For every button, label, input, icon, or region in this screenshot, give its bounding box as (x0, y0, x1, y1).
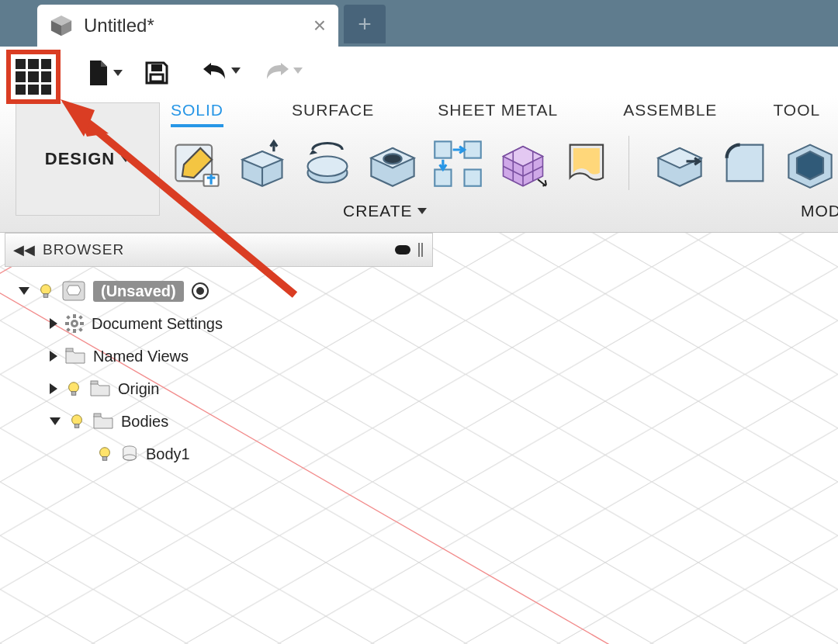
tree-item-bodies[interactable]: Bodies (19, 405, 428, 438)
tree-label: Named Views (93, 348, 189, 365)
svg-point-35 (41, 285, 51, 295)
data-panel-button[interactable] (6, 50, 61, 104)
chevron-down-icon (231, 68, 241, 74)
chevron-down-icon (417, 208, 427, 214)
drag-handle-icon[interactable] (418, 243, 424, 257)
tree-root[interactable]: (Unsaved) (19, 275, 428, 307)
svg-rect-4 (151, 74, 163, 81)
derive-button[interactable] (562, 137, 615, 189)
svg-rect-47 (78, 327, 83, 332)
tree-item-origin[interactable]: Origin (19, 372, 428, 405)
svg-marker-38 (67, 286, 81, 295)
svg-rect-42 (65, 322, 69, 325)
expand-icon[interactable] (50, 351, 57, 362)
document-tab[interactable]: Untitled* × (37, 5, 338, 47)
svg-rect-57 (102, 457, 107, 461)
cube-icon (50, 14, 73, 37)
svg-point-48 (73, 322, 76, 325)
svg-point-50 (69, 383, 79, 393)
svg-rect-36 (43, 294, 48, 298)
svg-rect-19 (435, 170, 451, 186)
collapse-icon[interactable]: ◀◀ (13, 241, 35, 258)
tab-assemble[interactable]: ASSEMBLE (623, 101, 717, 127)
group-label-modify[interactable]: MOD (801, 202, 838, 220)
close-icon[interactable]: × (313, 13, 326, 38)
tree-label: Bodies (121, 413, 168, 431)
create-form-button[interactable] (497, 137, 549, 189)
tree-item-named-views[interactable]: Named Views (19, 340, 428, 372)
expand-icon[interactable] (19, 287, 29, 295)
expand-icon[interactable] (50, 383, 57, 394)
browser-panel: ◀◀ BROWSER (Unsaved) Document Settings N… (5, 233, 433, 470)
browser-tree: (Unsaved) Document Settings Named Views … (5, 267, 433, 470)
svg-rect-43 (80, 322, 84, 325)
tab-tools[interactable]: TOOL (773, 101, 820, 127)
grid-icon (16, 59, 51, 95)
revolve-button[interactable] (301, 137, 354, 189)
folder-icon (93, 413, 113, 430)
svg-rect-52 (91, 381, 98, 384)
svg-rect-55 (94, 414, 101, 417)
pattern-button[interactable] (431, 137, 484, 189)
undo-icon (202, 61, 228, 81)
browser-header[interactable]: ◀◀ BROWSER (5, 233, 433, 267)
fillet-button[interactable] (719, 137, 771, 189)
file-icon (87, 61, 110, 85)
redo-icon (264, 61, 290, 81)
undo-button[interactable] (202, 61, 241, 81)
new-tab-button[interactable]: + (344, 5, 386, 43)
svg-rect-51 (71, 392, 76, 396)
svg-point-56 (100, 448, 110, 458)
ribbon: DESIGN SOLID SURFACE SHEET METAL ASSEMBL… (0, 96, 838, 233)
tab-surface[interactable]: SURFACE (292, 101, 374, 127)
svg-rect-41 (73, 329, 76, 333)
folder-icon (90, 380, 110, 397)
svg-rect-45 (78, 315, 83, 320)
bulb-icon[interactable] (37, 282, 54, 299)
browser-title: BROWSER (43, 241, 124, 258)
svg-marker-31 (797, 151, 823, 179)
svg-rect-3 (151, 64, 162, 71)
root-label: (Unsaved) (93, 281, 184, 302)
svg-rect-18 (465, 141, 481, 158)
tab-solid[interactable]: SOLID (171, 101, 223, 127)
bulb-icon[interactable] (68, 413, 85, 430)
shell-button[interactable] (784, 137, 836, 189)
ribbon-tools (171, 132, 836, 194)
tab-sheet-metal[interactable]: SHEET METAL (438, 101, 558, 127)
pill-icon[interactable] (395, 245, 410, 254)
svg-rect-46 (66, 327, 71, 332)
component-icon (62, 281, 85, 301)
svg-rect-20 (465, 170, 481, 186)
tree-item-body1[interactable]: Body1 (19, 438, 428, 470)
quick-access-toolbar (0, 47, 838, 96)
active-component-icon[interactable] (192, 282, 209, 299)
workspace-label: DESIGN (45, 149, 115, 169)
ribbon-tabs: SOLID SURFACE SHEET METAL ASSEMBLE TOOL (171, 101, 820, 127)
press-pull-button[interactable] (653, 137, 706, 189)
file-menu-button[interactable] (87, 61, 123, 85)
svg-point-53 (72, 415, 82, 425)
chevron-down-icon (121, 156, 130, 162)
svg-point-16 (383, 154, 401, 164)
document-tabs-bar: Untitled* × + (0, 0, 838, 47)
tree-label: Document Settings (92, 315, 223, 333)
group-label-create[interactable]: CREATE (343, 202, 427, 220)
extrude-button[interactable] (236, 137, 289, 189)
workspace-switcher[interactable]: DESIGN (16, 102, 160, 216)
svg-rect-17 (435, 141, 451, 158)
hole-button[interactable] (366, 137, 419, 189)
chevron-down-icon (113, 70, 123, 76)
tree-item-document-settings[interactable]: Document Settings (19, 307, 428, 340)
bulb-icon[interactable] (65, 380, 82, 397)
redo-button[interactable] (264, 61, 303, 81)
folder-icon (65, 348, 85, 365)
expand-icon[interactable] (50, 318, 57, 329)
svg-rect-40 (73, 314, 76, 318)
create-sketch-button[interactable] (171, 137, 223, 189)
expand-icon[interactable] (50, 417, 61, 425)
svg-point-13 (308, 157, 348, 177)
bulb-icon[interactable] (96, 445, 113, 462)
gear-icon (65, 314, 84, 333)
save-button[interactable] (144, 61, 169, 85)
